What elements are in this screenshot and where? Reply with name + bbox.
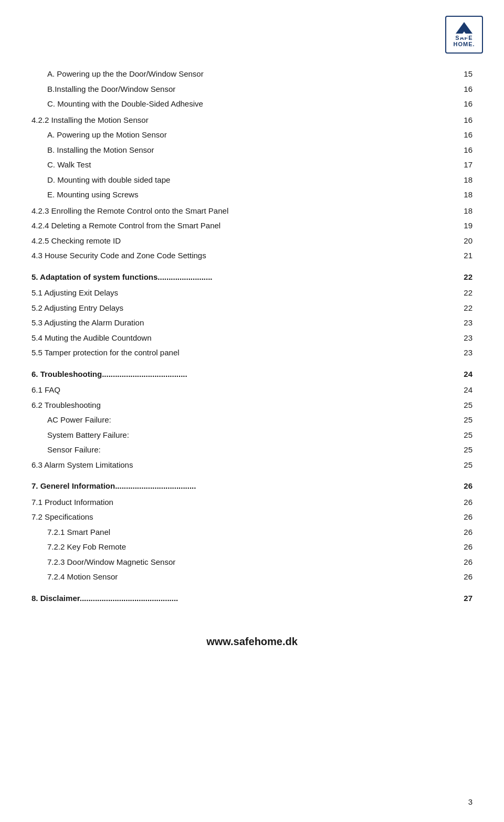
toc-text-5-2-entry-delays: 5.2 Adjusting Entry Delays xyxy=(32,302,457,314)
toc-page-7-2-1-smart-panel: 26 xyxy=(457,526,472,539)
toc-text-5-1-exit-delays: 5.1 Adjusting Exit Delays xyxy=(32,287,457,299)
toc-entry-4-3-house-security: 4.3 House Security Code and Zone Code Se… xyxy=(32,250,472,262)
toc-page-5-4-muting-countdown: 23 xyxy=(457,332,472,344)
toc-entry-7-2-specifications: 7.2 Specifications 26 xyxy=(32,511,472,523)
toc-entry-7-2-2-key-fob: 7.2.2 Key Fob Remote 26 xyxy=(32,541,472,553)
footer-url: www.safehome.dk xyxy=(206,636,298,647)
toc-text-5-5-tamper-protection: 5.5 Tamper protection for the control pa… xyxy=(32,347,457,359)
toc-page-4-2-5-remote-id: 20 xyxy=(457,235,472,247)
toc-page-c-mount-adhesive: 16 xyxy=(457,98,472,110)
toc-page-a-door-window-power: 15 xyxy=(457,68,472,80)
toc-page-b-install-door-window: 16 xyxy=(457,83,472,96)
toc-text-4-2-2-motion-sensor: 4.2.2 Installing the Motion Sensor xyxy=(32,114,457,127)
toc-entry-b-install-door-window: B.Installing the Door/Window Sensor 16 xyxy=(32,83,472,96)
toc-entry-5-1-exit-delays: 5.1 Adjusting Exit Delays 22 xyxy=(32,287,472,299)
toc-page-5-3-alarm-duration: 23 xyxy=(457,317,472,329)
toc-page-4-3-house-security: 21 xyxy=(457,250,472,262)
toc-entry-a-door-window-power: A. Powering up the the Door/Window Senso… xyxy=(32,68,472,80)
toc-entry-4-2-4-remote-delete: 4.2.4 Deleting a Remote Control from the… xyxy=(32,220,472,232)
toc-entry-c-walk-test: C. Walk Test 17 xyxy=(32,159,472,171)
logo-area: SAFE HOME. xyxy=(445,16,483,54)
toc-text-d-mount-tape: D. Mounting with double sided tape xyxy=(47,174,457,186)
toc-entry-6-1-faq: 6.1 FAQ 24 xyxy=(32,384,472,396)
toc-text-7-2-specifications: 7.2 Specifications xyxy=(32,511,457,523)
section-8-header-page: 27 xyxy=(457,593,472,605)
toc-text-b-install-door-window: B.Installing the Door/Window Sensor xyxy=(47,83,457,96)
toc-page-e-mount-screws: 18 xyxy=(457,189,472,201)
toc-page-5-1-exit-delays: 22 xyxy=(457,287,472,299)
toc-entry-e-mount-screws: E. Mounting using Screws 18 xyxy=(32,189,472,201)
toc-entry-7-1-product-info: 7.1 Product Information 26 xyxy=(32,497,472,509)
section-6: 6. Troubleshooting......................… xyxy=(32,368,472,471)
toc-entry-7-2-4-motion-sensor: 7.2.4 Motion Sensor 26 xyxy=(32,571,472,583)
toc-text-7-2-4-motion-sensor: 7.2.4 Motion Sensor xyxy=(47,571,457,583)
toc-entry-7-2-1-smart-panel: 7.2.1 Smart Panel 26 xyxy=(32,526,472,539)
toc-text-6-2-troubleshooting: 6.2 Troubleshooting xyxy=(32,399,457,412)
toc-text-5-3-alarm-duration: 5.3 Adjusting the Alarm Duration xyxy=(32,317,457,329)
toc-page-6-2-battery-failure: 25 xyxy=(457,429,472,441)
section-5-header-page: 22 xyxy=(457,271,472,283)
toc-page-7-1-product-info: 26 xyxy=(457,497,472,509)
toc-text-7-2-2-key-fob: 7.2.2 Key Fob Remote xyxy=(47,541,457,553)
section-8: 8. Disclaimer...........................… xyxy=(32,593,472,605)
toc-top-entries: A. Powering up the the Door/Window Senso… xyxy=(32,68,472,262)
toc-text-6-3-alarm-limits: 6.3 Alarm System Limitations xyxy=(32,459,457,471)
toc-entry-4-2-5-remote-id: 4.2.5 Checking remote ID 20 xyxy=(32,235,472,247)
toc-page-6-3-alarm-limits: 25 xyxy=(457,459,472,471)
section-5-header-text: 5. Adaptation of system functions.......… xyxy=(32,271,457,283)
toc-entry-6-2-battery-failure: System Battery Failure: 25 xyxy=(32,429,472,441)
section-6-header: 6. Troubleshooting......................… xyxy=(32,368,472,381)
toc-entry-5-2-entry-delays: 5.2 Adjusting Entry Delays 22 xyxy=(32,302,472,314)
section-5-header: 5. Adaptation of system functions.......… xyxy=(32,271,472,283)
toc-text-b-install-motion: B. Installing the Motion Sensor xyxy=(47,144,457,156)
toc-text-c-mount-adhesive: C. Mounting with the Double-Sided Adhesi… xyxy=(47,98,457,110)
toc-text-c-walk-test: C. Walk Test xyxy=(47,159,457,171)
toc-entry-4-2-2-motion-sensor: 4.2.2 Installing the Motion Sensor 16 xyxy=(32,114,472,127)
toc-page-6-2-sensor-failure: 25 xyxy=(457,444,472,456)
toc-entry-4-2-3-remote-enroll: 4.2.3 Enrolling the Remote Control onto … xyxy=(32,205,472,217)
section-8-header-text: 8. Disclaimer...........................… xyxy=(32,593,457,605)
logo-box: SAFE HOME. xyxy=(445,16,483,54)
toc-text-4-3-house-security: 4.3 House Security Code and Zone Code Se… xyxy=(32,250,457,262)
section-7-header-text: 7. Generel Information..................… xyxy=(32,480,457,492)
toc-entry-6-2-ac-failure: AC Power Failure: 25 xyxy=(32,414,472,426)
toc-entry-5-3-alarm-duration: 5.3 Adjusting the Alarm Duration 23 xyxy=(32,317,472,329)
toc-page-7-2-2-key-fob: 26 xyxy=(457,541,472,553)
toc-entry-5-4-muting-countdown: 5.4 Muting the Audible Countdown 23 xyxy=(32,332,472,344)
page-container: SAFE HOME. A. Powering up the the Door/W… xyxy=(0,0,504,822)
toc-text-a-power-motion: A. Powering up the Motion Sensor xyxy=(47,129,457,141)
toc-text-6-1-faq: 6.1 FAQ xyxy=(32,384,457,396)
toc-page-c-walk-test: 17 xyxy=(457,159,472,171)
section-6-header-text: 6. Troubleshooting......................… xyxy=(32,368,457,381)
toc-text-5-4-muting-countdown: 5.4 Muting the Audible Countdown xyxy=(32,332,457,344)
toc-page-7-2-3-door-window-sensor: 26 xyxy=(457,556,472,568)
page-number: 3 xyxy=(468,797,472,806)
toc-page-7-2-specifications: 26 xyxy=(457,511,472,523)
toc-page-6-1-faq: 24 xyxy=(457,384,472,396)
toc-entry-a-power-motion: A. Powering up the Motion Sensor 16 xyxy=(32,129,472,141)
toc-text-7-1-product-info: 7.1 Product Information xyxy=(32,497,457,509)
toc-entry-6-2-sensor-failure: Sensor Failure: 25 xyxy=(32,444,472,456)
toc-entry-c-mount-adhesive: C. Mounting with the Double-Sided Adhesi… xyxy=(32,98,472,110)
toc-text-6-2-ac-failure: AC Power Failure: xyxy=(47,414,457,426)
section-8-header: 8. Disclaimer...........................… xyxy=(32,593,472,605)
toc-text-7-2-3-door-window-sensor: 7.2.3 Door/Window Magnetic Sensor xyxy=(47,556,457,568)
toc-page-4-2-3-remote-enroll: 18 xyxy=(457,205,472,217)
toc-text-6-2-sensor-failure: Sensor Failure: xyxy=(47,444,457,456)
toc-page-7-2-4-motion-sensor: 26 xyxy=(457,571,472,583)
toc-entry-5-5-tamper-protection: 5.5 Tamper protection for the control pa… xyxy=(32,347,472,359)
toc-text-a-door-window-power: A. Powering up the the Door/Window Senso… xyxy=(47,68,457,80)
toc-page-4-2-4-remote-delete: 19 xyxy=(457,220,472,232)
toc-entry-b-install-motion: B. Installing the Motion Sensor 16 xyxy=(32,144,472,156)
toc-entry-7-2-3-door-window-sensor: 7.2.3 Door/Window Magnetic Sensor 26 xyxy=(32,556,472,568)
toc-page-5-5-tamper-protection: 23 xyxy=(457,347,472,359)
logo-home-text: HOME. xyxy=(453,41,475,47)
section-5: 5. Adaptation of system functions.......… xyxy=(32,271,472,359)
section-7-header: 7. Generel Information..................… xyxy=(32,480,472,492)
toc-page-b-install-motion: 16 xyxy=(457,144,472,156)
section-6-header-page: 24 xyxy=(457,368,472,381)
section-7: 7. Generel Information..................… xyxy=(32,480,472,583)
toc-entry-d-mount-tape: D. Mounting with double sided tape 18 xyxy=(32,174,472,186)
toc-text-4-2-3-remote-enroll: 4.2.3 Enrolling the Remote Control onto … xyxy=(32,205,457,217)
logo-inner-triangle-shape xyxy=(460,31,468,37)
